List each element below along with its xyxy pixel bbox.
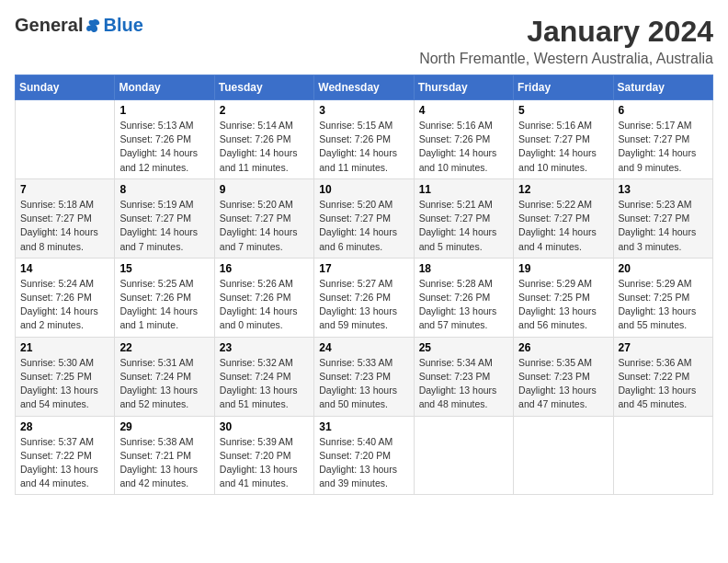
day-info: Sunrise: 5:23 AM Sunset: 7:27 PM Dayligh…	[619, 198, 708, 254]
calendar-cell	[414, 416, 513, 495]
day-number: 13	[619, 183, 708, 196]
calendar-table: SundayMondayTuesdayWednesdayThursdayFrid…	[15, 75, 713, 495]
day-info: Sunrise: 5:32 AM Sunset: 7:24 PM Dayligh…	[220, 356, 309, 412]
day-info: Sunrise: 5:15 AM Sunset: 7:26 PM Dayligh…	[319, 119, 408, 175]
day-info: Sunrise: 5:33 AM Sunset: 7:23 PM Dayligh…	[319, 356, 408, 412]
day-number: 18	[419, 262, 508, 275]
logo-blue-text: Blue	[103, 15, 142, 36]
calendar-cell: 7Sunrise: 5:18 AM Sunset: 7:27 PM Daylig…	[16, 178, 115, 258]
page-header: General Blue January 2024 North Fremantl…	[15, 15, 713, 67]
calendar-cell: 19Sunrise: 5:29 AM Sunset: 7:25 PM Dayli…	[514, 258, 613, 337]
day-info: Sunrise: 5:39 AM Sunset: 7:20 PM Dayligh…	[220, 435, 309, 491]
day-number: 24	[319, 341, 408, 354]
day-number: 21	[20, 341, 109, 354]
calendar-cell: 25Sunrise: 5:34 AM Sunset: 7:23 PM Dayli…	[414, 337, 513, 416]
day-info: Sunrise: 5:29 AM Sunset: 7:25 PM Dayligh…	[518, 277, 608, 333]
calendar-cell: 16Sunrise: 5:26 AM Sunset: 7:26 PM Dayli…	[214, 258, 313, 337]
calendar-cell: 13Sunrise: 5:23 AM Sunset: 7:27 PM Dayli…	[613, 178, 712, 258]
day-number: 11	[419, 183, 508, 196]
day-info: Sunrise: 5:25 AM Sunset: 7:26 PM Dayligh…	[119, 277, 209, 333]
day-info: Sunrise: 5:30 AM Sunset: 7:25 PM Dayligh…	[20, 356, 109, 412]
day-info: Sunrise: 5:38 AM Sunset: 7:21 PM Dayligh…	[119, 435, 209, 491]
day-info: Sunrise: 5:24 AM Sunset: 7:26 PM Dayligh…	[20, 277, 109, 333]
calendar-week-row: 14Sunrise: 5:24 AM Sunset: 7:26 PM Dayli…	[16, 258, 713, 337]
day-number: 15	[119, 262, 209, 275]
day-info: Sunrise: 5:37 AM Sunset: 7:22 PM Dayligh…	[20, 435, 109, 491]
day-number: 6	[619, 104, 708, 117]
day-number: 23	[220, 341, 309, 354]
day-number: 29	[119, 420, 209, 433]
calendar-cell: 4Sunrise: 5:16 AM Sunset: 7:26 PM Daylig…	[414, 100, 513, 179]
day-info: Sunrise: 5:28 AM Sunset: 7:26 PM Dayligh…	[419, 277, 508, 333]
location-subtitle: North Fremantle, Western Australia, Aust…	[419, 51, 713, 67]
day-number: 5	[518, 104, 608, 117]
calendar-cell: 28Sunrise: 5:37 AM Sunset: 7:22 PM Dayli…	[16, 416, 115, 495]
calendar-week-row: 28Sunrise: 5:37 AM Sunset: 7:22 PM Dayli…	[16, 416, 713, 495]
day-header-saturday: Saturday	[613, 75, 712, 100]
day-info: Sunrise: 5:17 AM Sunset: 7:27 PM Dayligh…	[619, 119, 708, 175]
day-number: 22	[119, 341, 209, 354]
day-header-friday: Friday	[514, 75, 613, 100]
day-number: 10	[319, 183, 408, 196]
day-number: 7	[20, 183, 109, 196]
calendar-cell: 30Sunrise: 5:39 AM Sunset: 7:20 PM Dayli…	[214, 416, 313, 495]
day-info: Sunrise: 5:27 AM Sunset: 7:26 PM Dayligh…	[319, 277, 408, 333]
day-number: 12	[518, 183, 608, 196]
day-info: Sunrise: 5:20 AM Sunset: 7:27 PM Dayligh…	[220, 198, 309, 254]
day-number: 19	[518, 262, 608, 275]
day-number: 4	[419, 104, 508, 117]
logo: General Blue	[15, 15, 143, 36]
day-header-wednesday: Wednesday	[314, 75, 414, 100]
day-number: 20	[619, 262, 708, 275]
day-info: Sunrise: 5:26 AM Sunset: 7:26 PM Dayligh…	[220, 277, 309, 333]
day-number: 16	[220, 262, 309, 275]
calendar-cell: 24Sunrise: 5:33 AM Sunset: 7:23 PM Dayli…	[314, 337, 414, 416]
calendar-cell: 18Sunrise: 5:28 AM Sunset: 7:26 PM Dayli…	[414, 258, 513, 337]
day-number: 9	[220, 183, 309, 196]
day-number: 17	[319, 262, 408, 275]
title-section: January 2024 North Fremantle, Western Au…	[419, 15, 713, 67]
day-number: 8	[119, 183, 209, 196]
day-number: 30	[220, 420, 309, 433]
month-title: January 2024	[419, 15, 713, 49]
day-info: Sunrise: 5:40 AM Sunset: 7:20 PM Dayligh…	[319, 435, 408, 491]
calendar-cell: 29Sunrise: 5:38 AM Sunset: 7:21 PM Dayli…	[115, 416, 214, 495]
calendar-cell: 1Sunrise: 5:13 AM Sunset: 7:26 PM Daylig…	[115, 100, 214, 179]
calendar-cell: 31Sunrise: 5:40 AM Sunset: 7:20 PM Dayli…	[314, 416, 414, 495]
day-number: 3	[319, 104, 408, 117]
logo-bird-icon	[84, 17, 102, 35]
calendar-cell: 2Sunrise: 5:14 AM Sunset: 7:26 PM Daylig…	[214, 100, 313, 179]
day-number: 26	[518, 341, 608, 354]
day-header-thursday: Thursday	[414, 75, 513, 100]
calendar-cell: 20Sunrise: 5:29 AM Sunset: 7:25 PM Dayli…	[613, 258, 712, 337]
calendar-cell: 15Sunrise: 5:25 AM Sunset: 7:26 PM Dayli…	[115, 258, 214, 337]
calendar-cell: 8Sunrise: 5:19 AM Sunset: 7:27 PM Daylig…	[115, 178, 214, 258]
calendar-cell	[16, 100, 115, 179]
day-info: Sunrise: 5:14 AM Sunset: 7:26 PM Dayligh…	[220, 119, 309, 175]
day-info: Sunrise: 5:21 AM Sunset: 7:27 PM Dayligh…	[419, 198, 508, 254]
day-info: Sunrise: 5:34 AM Sunset: 7:23 PM Dayligh…	[419, 356, 508, 412]
calendar-cell: 17Sunrise: 5:27 AM Sunset: 7:26 PM Dayli…	[314, 258, 414, 337]
day-header-tuesday: Tuesday	[214, 75, 313, 100]
day-info: Sunrise: 5:19 AM Sunset: 7:27 PM Dayligh…	[119, 198, 209, 254]
calendar-cell: 23Sunrise: 5:32 AM Sunset: 7:24 PM Dayli…	[214, 337, 313, 416]
calendar-cell: 22Sunrise: 5:31 AM Sunset: 7:24 PM Dayli…	[115, 337, 214, 416]
calendar-week-row: 7Sunrise: 5:18 AM Sunset: 7:27 PM Daylig…	[16, 178, 713, 258]
day-header-sunday: Sunday	[16, 75, 115, 100]
day-info: Sunrise: 5:13 AM Sunset: 7:26 PM Dayligh…	[119, 119, 209, 175]
day-info: Sunrise: 5:16 AM Sunset: 7:26 PM Dayligh…	[419, 119, 508, 175]
calendar-cell	[613, 416, 712, 495]
day-info: Sunrise: 5:20 AM Sunset: 7:27 PM Dayligh…	[319, 198, 408, 254]
day-number: 2	[220, 104, 309, 117]
calendar-cell: 6Sunrise: 5:17 AM Sunset: 7:27 PM Daylig…	[613, 100, 712, 179]
calendar-week-row: 1Sunrise: 5:13 AM Sunset: 7:26 PM Daylig…	[16, 100, 713, 179]
day-number: 25	[419, 341, 508, 354]
calendar-cell: 3Sunrise: 5:15 AM Sunset: 7:26 PM Daylig…	[314, 100, 414, 179]
calendar-cell: 26Sunrise: 5:35 AM Sunset: 7:23 PM Dayli…	[514, 337, 613, 416]
day-number: 1	[119, 104, 209, 117]
calendar-cell: 21Sunrise: 5:30 AM Sunset: 7:25 PM Dayli…	[16, 337, 115, 416]
day-number: 14	[20, 262, 109, 275]
calendar-week-row: 21Sunrise: 5:30 AM Sunset: 7:25 PM Dayli…	[16, 337, 713, 416]
day-header-monday: Monday	[115, 75, 214, 100]
day-info: Sunrise: 5:31 AM Sunset: 7:24 PM Dayligh…	[119, 356, 209, 412]
